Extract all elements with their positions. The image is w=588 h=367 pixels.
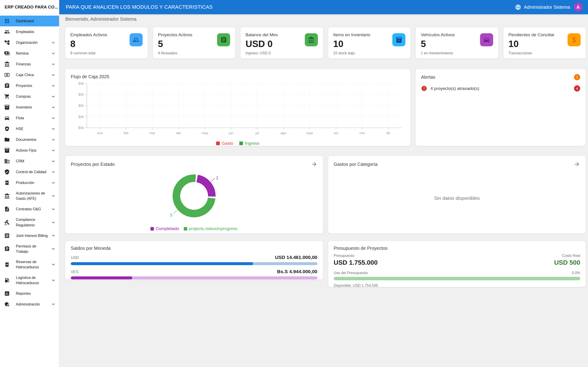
stat-card-inventario: Items en Inventario 10 10 stock bajo	[328, 27, 411, 58]
sidebar-item-control-calidad[interactable]: Control de Calidad	[0, 167, 59, 177]
projects-donut-chart: 1 5	[148, 169, 240, 226]
alerts-card: Alertas 1 4 proyecto(s) atrasado(s) 4	[415, 69, 586, 146]
arrow-right-icon[interactable]	[311, 161, 317, 167]
clipboard-icon	[4, 246, 10, 252]
chevron-down-icon	[51, 193, 56, 198]
projects-status-title: Proyectos por Estado	[71, 162, 115, 167]
chevron-down-icon	[51, 137, 56, 142]
x-tick: ago	[280, 131, 286, 135]
cost-label: Costo Real	[554, 254, 580, 258]
sidebar-item-label: Flota	[16, 115, 49, 121]
sidebar-item-reservas[interactable]: Reservas de Hidrocarburos	[0, 257, 59, 272]
balances-card: Saldos por Moneda USD USD 14.461.000,00 …	[65, 241, 323, 280]
sidebar-item-activos-fijos[interactable]: Activos Fijos	[0, 145, 59, 156]
sidebar-item-documentos[interactable]: Documentos	[0, 134, 59, 145]
sidebar-item-administracion[interactable]: Administración	[0, 299, 59, 310]
chevron-down-icon	[51, 94, 56, 99]
legend-label: Ingreso	[245, 141, 259, 146]
sidebar: ERP CREADO PARA CO... Dashboard Empleado…	[0, 0, 59, 367]
chevron-down-icon	[51, 233, 56, 238]
globe-icon[interactable]	[515, 4, 521, 10]
avatar[interactable]: A	[574, 3, 582, 11]
x-tick: feb	[124, 131, 129, 135]
x-tick: nov	[359, 131, 365, 135]
legend-item-ingreso: Ingreso	[239, 141, 259, 146]
arrow-right-icon[interactable]	[574, 161, 580, 167]
stat-title: Balance del Mes	[246, 32, 305, 37]
user-menu[interactable]: Administrador Sistema	[524, 5, 570, 10]
sidebar-item-reportes[interactable]: Reportes	[0, 288, 59, 299]
chevron-down-icon	[51, 278, 56, 283]
legend-swatch	[216, 142, 220, 145]
stat-subtitle: 9 common.total	[70, 51, 130, 55]
sidebar-item-produccion[interactable]: Producción	[0, 177, 59, 188]
sidebar-item-compras[interactable]: Compras	[0, 91, 59, 102]
sidebar-item-caja-chica[interactable]: Caja Chica	[0, 69, 59, 80]
legend-item-completado: Completado	[150, 226, 179, 231]
stat-card-empleados: Empleados Activos 8 9 common.total	[65, 27, 148, 58]
sidebar-item-hse[interactable]: HSE	[0, 123, 59, 134]
budget-right: Costo Real USD 500	[554, 254, 580, 266]
chevron-down-icon	[51, 73, 56, 77]
chevron-down-icon	[51, 302, 56, 307]
stat-title: Pendientes de Conciliar	[509, 32, 568, 37]
clipboard-icon	[4, 83, 10, 89]
x-tick: dic	[386, 131, 391, 135]
sidebar-item-flota[interactable]: Flota	[0, 113, 59, 123]
sidebar-item-label: Inventario	[16, 105, 49, 110]
stat-value: 5	[158, 39, 217, 48]
sidebar-item-proyectos[interactable]: Proyectos	[0, 80, 59, 91]
sidebar-item-label: Compras	[16, 94, 49, 99]
chevron-down-icon	[51, 159, 56, 164]
error-icon	[421, 85, 427, 92]
y-tick: $0k	[78, 103, 84, 107]
budget-card: Presupuesto de Proyectos Presupuesto USD…	[328, 241, 586, 287]
y-tick: $0k	[78, 81, 84, 85]
sidebar-item-label: Joint Interest Billing	[16, 233, 49, 238]
bank-icon	[305, 33, 318, 46]
available-text: Disponible: USD 1.754.500	[334, 284, 580, 288]
gavel-icon	[4, 219, 10, 225]
sidebar-item-logistica[interactable]: Logística de Hidrocarburos	[0, 273, 59, 288]
stat-subtitle: 10 stock bajo	[333, 51, 393, 55]
balance-row-usd: USD USD 14.461.000,00	[71, 255, 317, 265]
sidebar-item-inventario[interactable]: Inventario	[0, 102, 59, 113]
sidebar-item-contratos-og[interactable]: Contratos O&G	[0, 204, 59, 215]
alert-item[interactable]: 4 proyecto(s) atrasado(s) 4	[421, 85, 580, 92]
stat-title: Items en Inventario	[333, 32, 393, 37]
sidebar-item-crm[interactable]: CRM	[0, 156, 59, 167]
sidebar-item-afe[interactable]: Autorizaciones de Gasto (AFE)	[0, 188, 59, 204]
legend-label: Gasto	[222, 141, 233, 146]
sidebar-item-permisos-trabajo[interactable]: Permisos de Trabajo	[0, 241, 59, 257]
dashboard-icon	[4, 18, 10, 24]
usd-progress-fill	[71, 262, 253, 265]
chevron-down-icon	[51, 40, 56, 45]
chevron-down-icon	[51, 148, 56, 153]
sidebar-item-organizacion[interactable]: Organización	[0, 37, 59, 48]
sidebar-item-finanzas[interactable]: Finanzas	[0, 59, 59, 69]
usage-label: Uso del Presupuesto	[334, 271, 368, 275]
sidebar-item-compliance[interactable]: Compliance Regulatorio	[0, 215, 59, 230]
oil-barrel-icon	[4, 262, 10, 267]
sidebar-item-nomina[interactable]: Nómina	[0, 48, 59, 59]
sidebar-item-label: Documentos	[16, 137, 49, 142]
chevron-down-icon	[51, 262, 56, 267]
sidebar-item-joint-interest-billing[interactable]: Joint Interest Billing	[0, 230, 59, 241]
gas-pump-icon	[4, 277, 10, 283]
health-shield-icon	[4, 126, 10, 132]
sidebar-item-empleados[interactable]: Empleados	[0, 26, 59, 37]
stat-card-conciliar: Pendientes de Conciliar 10 Transacciones	[503, 27, 586, 58]
chart-title: Flujo de Caja 2025	[71, 74, 405, 79]
cashflow-line-chart: $0k $0k $0k $0k $0k ene feb mar abr may …	[71, 81, 405, 138]
legend-item-gasto: Gasto	[216, 141, 233, 146]
chevron-down-icon	[51, 62, 56, 67]
stats-row: Empleados Activos 8 9 common.total Proye…	[65, 27, 586, 58]
sidebar-menu: Dashboard Empleados Organización Nómina …	[0, 14, 59, 310]
sidebar-item-dashboard[interactable]: Dashboard	[0, 16, 59, 26]
stat-value: 10	[333, 39, 393, 48]
car-icon	[480, 33, 493, 46]
x-tick: ene	[97, 131, 103, 135]
main-content: Bienvenido, Administrador Sistema Emplea…	[65, 14, 586, 287]
stat-title: Empleados Activos	[70, 32, 130, 37]
payments-icon	[4, 50, 10, 56]
